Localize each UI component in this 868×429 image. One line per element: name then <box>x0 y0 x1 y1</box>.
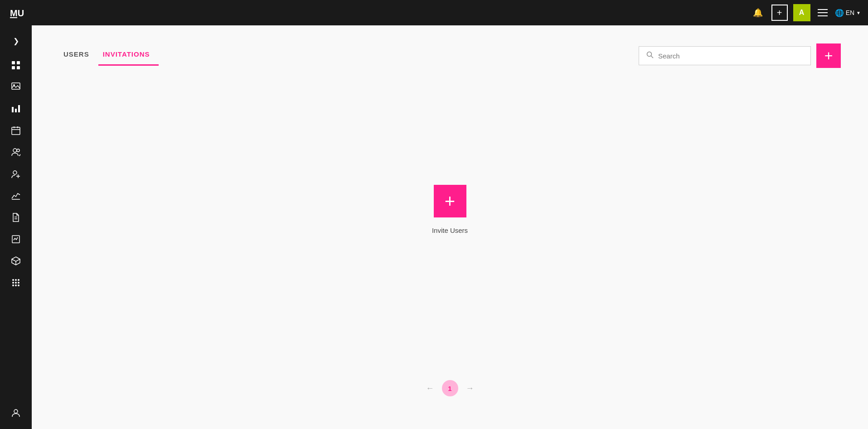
svg-point-16 <box>13 149 17 152</box>
sidebar-bottom <box>6 404 26 424</box>
svg-point-18 <box>13 171 17 174</box>
svg-line-36 <box>651 56 654 58</box>
svg-point-26 <box>15 279 17 281</box>
dashboard-icon <box>11 61 20 72</box>
sidebar-item-calendar[interactable] <box>6 121 26 141</box>
language-button[interactable]: 🌐 EN ▼ <box>835 9 861 17</box>
hamburger-button[interactable] <box>816 7 829 18</box>
svg-point-25 <box>12 279 14 281</box>
avatar-label: A <box>799 9 805 17</box>
add-plus-icon: + <box>824 48 833 63</box>
language-label: EN <box>846 9 854 16</box>
sidebar-item-reports[interactable] <box>6 230 26 250</box>
reports-icon <box>11 235 20 246</box>
svg-rect-5 <box>12 66 15 69</box>
sidebar-item-gallery[interactable] <box>6 78 26 98</box>
svg-point-17 <box>17 149 19 152</box>
svg-point-32 <box>15 284 17 286</box>
hamburger-line-2 <box>818 12 828 13</box>
sidebar-item-chart[interactable] <box>6 100 26 120</box>
invite-plus-icon: + <box>445 192 455 210</box>
box-icon <box>11 256 20 268</box>
svg-rect-4 <box>17 61 20 64</box>
plus-icon: + <box>777 8 782 18</box>
svg-point-33 <box>18 284 19 286</box>
svg-point-31 <box>12 284 14 286</box>
svg-point-34 <box>14 410 18 413</box>
sidebar-item-analytics[interactable] <box>6 187 26 207</box>
content-inner: USERS INVITATIONS + <box>32 25 868 429</box>
svg-rect-7 <box>12 83 20 89</box>
sidebar-item-grid[interactable] <box>6 274 26 294</box>
sidebar-item-box[interactable] <box>6 252 26 272</box>
hamburger-line-1 <box>818 9 828 10</box>
analytics-icon <box>11 191 20 202</box>
logo: MU <box>7 3 26 22</box>
sidebar-item-document[interactable] <box>6 208 26 228</box>
avatar-button[interactable]: A <box>793 4 810 21</box>
tab-users[interactable]: USERS <box>59 46 98 66</box>
arrow-right-icon: → <box>466 384 474 393</box>
arrow-left-icon: ← <box>426 384 434 393</box>
svg-point-30 <box>18 282 19 284</box>
chevron-down-icon: ▼ <box>856 10 861 15</box>
topbar-right: 🔔 + A 🌐 EN ▼ <box>750 4 861 21</box>
sidebar: ❯ <box>0 25 32 429</box>
search-icon <box>646 51 654 60</box>
tabs-row: USERS INVITATIONS + <box>59 43 841 68</box>
add-button[interactable]: + <box>771 5 788 21</box>
svg-rect-10 <box>15 109 17 112</box>
svg-point-27 <box>18 279 19 281</box>
chart-icon <box>11 104 20 116</box>
sidebar-item-account[interactable] <box>6 404 26 424</box>
content-area: USERS INVITATIONS + <box>32 25 868 429</box>
user-plus-icon <box>11 169 20 181</box>
svg-rect-6 <box>17 66 20 69</box>
search-add-row: + <box>639 43 841 68</box>
center-area: + Invite Users <box>59 86 841 369</box>
svg-point-28 <box>12 282 14 284</box>
pagination-next-button[interactable]: → <box>462 380 478 396</box>
topbar: MU 🔔 + A 🌐 EN ▼ <box>0 0 868 25</box>
chevron-right-icon: ❯ <box>13 37 19 45</box>
sidebar-item-dashboard[interactable] <box>6 56 26 76</box>
topbar-left: MU <box>7 3 26 22</box>
globe-icon: 🌐 <box>835 9 844 17</box>
calendar-icon <box>11 126 20 137</box>
pagination-page-1-button[interactable]: 1 <box>442 380 458 396</box>
bell-icon: 🔔 <box>753 8 763 18</box>
sidebar-item-user-plus[interactable] <box>6 165 26 185</box>
svg-text:MU: MU <box>10 8 24 18</box>
tab-invitations[interactable]: INVITATIONS <box>98 46 159 66</box>
svg-point-35 <box>647 52 652 57</box>
svg-rect-9 <box>12 107 14 112</box>
pagination-prev-button[interactable]: ← <box>422 380 438 396</box>
svg-rect-11 <box>18 105 20 112</box>
sidebar-toggle-button[interactable]: ❯ <box>6 31 26 51</box>
add-invitation-button[interactable]: + <box>816 43 841 68</box>
search-box <box>639 46 811 65</box>
hamburger-line-3 <box>818 15 828 16</box>
invite-users-label: Invite Users <box>432 227 468 234</box>
users-icon <box>11 148 20 159</box>
search-input[interactable] <box>658 52 803 60</box>
invite-users-button[interactable]: + <box>434 185 466 217</box>
gallery-icon <box>11 82 20 94</box>
sidebar-item-users[interactable] <box>6 143 26 163</box>
document-icon <box>11 213 20 224</box>
svg-point-29 <box>15 282 17 284</box>
tabs: USERS INVITATIONS <box>59 46 159 66</box>
pagination: ← 1 → <box>59 369 841 411</box>
main-layout: ❯ <box>0 25 868 429</box>
notification-button[interactable]: 🔔 <box>750 5 766 21</box>
svg-rect-3 <box>12 61 15 64</box>
account-icon <box>11 408 20 419</box>
svg-rect-12 <box>12 127 20 135</box>
grid-icon <box>11 278 20 289</box>
